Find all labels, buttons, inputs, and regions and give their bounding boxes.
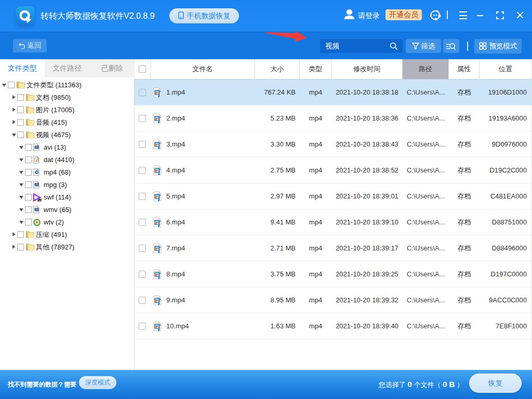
svg-text:FLA: FLA <box>37 199 42 202</box>
